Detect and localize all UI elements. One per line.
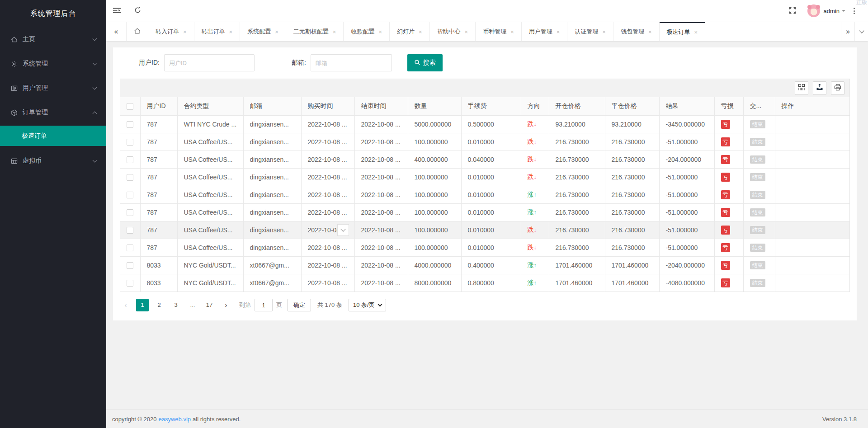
goto-page-input[interactable] — [255, 299, 273, 311]
row-checkbox[interactable] — [127, 280, 133, 287]
sort-icon[interactable] — [169, 102, 172, 110]
tab-item-4[interactable]: 收款配置× — [344, 22, 390, 41]
page-button[interactable]: 1 — [136, 299, 149, 311]
tab-item-7[interactable]: 币种管理× — [476, 22, 522, 41]
column-header[interactable]: 操作 — [775, 97, 849, 115]
tab-item-8[interactable]: 用户管理× — [522, 22, 568, 41]
sidebar-item-orders[interactable]: 订单管理 — [0, 100, 106, 125]
columns-toggle-button[interactable] — [795, 81, 808, 95]
select-all-checkbox[interactable] — [127, 103, 133, 110]
tab-item-2[interactable]: 系统配置× — [240, 22, 286, 41]
row-checkbox[interactable] — [127, 209, 133, 216]
sidebar-item-virtual-coin[interactable]: 虚拟币 — [0, 149, 106, 173]
row-checkbox[interactable] — [127, 139, 133, 146]
close-tab-icon[interactable]: × — [510, 28, 514, 35]
column-header[interactable]: 用户ID — [140, 97, 177, 115]
cell-status: 结束 — [743, 203, 775, 221]
more-menu-button[interactable] — [846, 0, 862, 22]
tab-item-5[interactable]: 幻灯片× — [390, 22, 430, 41]
cell-quantity: 400.000000 — [408, 151, 461, 168]
column-header[interactable]: 数量 — [408, 97, 461, 115]
column-header[interactable]: 方向 — [521, 97, 549, 115]
page-button[interactable]: 3 — [170, 299, 182, 311]
close-tab-icon[interactable]: × — [557, 28, 560, 35]
close-tab-icon[interactable]: × — [648, 28, 652, 35]
easyweb-link[interactable]: easyweb.vip — [158, 416, 191, 423]
tab-home[interactable] — [127, 22, 148, 41]
tab-label: 二元期权配置 — [293, 28, 329, 36]
row-checkbox[interactable] — [127, 227, 133, 234]
cell-fee: 0.400000 — [461, 256, 521, 274]
sidebar-item-quick-orders[interactable]: 极速订单 — [0, 126, 106, 146]
column-header[interactable]: 开仓价格 — [549, 97, 605, 115]
row-checkbox[interactable] — [127, 174, 133, 181]
table-row: 787WTI NYC Crude ...dingxiansen...2022-1… — [120, 115, 849, 133]
cell-email: xt0667@gm... — [243, 256, 301, 274]
close-tab-icon[interactable]: × — [419, 28, 422, 35]
tab-item-3[interactable]: 二元期权配置× — [286, 22, 344, 41]
sidebar-item-users[interactable]: 用户管理 — [0, 76, 106, 100]
sidebar-item-home[interactable]: 主页 — [0, 27, 106, 52]
print-button[interactable] — [831, 81, 844, 95]
double-chevron-left-icon: « — [114, 28, 118, 36]
close-tab-icon[interactable]: × — [275, 28, 278, 35]
tab-item-6[interactable]: 帮助中心× — [430, 22, 476, 41]
email-input[interactable] — [311, 54, 392, 71]
row-checkbox[interactable] — [127, 121, 133, 128]
cell-close-price: 216.730000 — [605, 239, 659, 256]
row-checkbox[interactable] — [127, 156, 133, 163]
sidebar-item-system[interactable]: 系统管理 — [0, 52, 106, 76]
close-tab-icon[interactable]: × — [602, 28, 606, 35]
cell-direction: 跌↓ — [521, 221, 549, 239]
close-tab-icon[interactable]: × — [333, 28, 336, 35]
column-header[interactable]: 购买时间 — [301, 97, 354, 115]
cell-loss: 亏 — [714, 239, 743, 256]
user-id-input[interactable] — [164, 54, 255, 71]
cell-actions — [775, 256, 849, 274]
next-page-button[interactable]: › — [220, 299, 232, 311]
column-header[interactable]: 交... — [743, 97, 775, 115]
close-tab-icon[interactable]: × — [183, 28, 187, 35]
export-button[interactable] — [813, 81, 826, 95]
row-checkbox[interactable] — [127, 262, 133, 269]
loss-badge: 亏 — [721, 278, 730, 287]
tab-item-11[interactable]: 极速订单× — [660, 22, 706, 41]
column-header[interactable]: 邮箱 — [243, 97, 301, 115]
column-header[interactable]: 结束时间 — [354, 97, 408, 115]
confirm-button[interactable]: 确定 — [288, 299, 311, 311]
cell-direction: 涨↑ — [521, 274, 549, 292]
chevron-up-icon — [93, 111, 97, 116]
refresh-button[interactable] — [127, 0, 148, 22]
column-header[interactable]: 合约类型 — [177, 97, 243, 115]
per-page-select[interactable]: 10 条/页 — [349, 299, 386, 311]
page-button[interactable]: 2 — [153, 299, 165, 311]
column-header[interactable]: 结果 — [659, 97, 714, 115]
column-header[interactable]: 亏损 — [714, 97, 743, 115]
close-tab-icon[interactable]: × — [229, 28, 233, 35]
tabs-scroll-left-button[interactable]: « — [106, 22, 127, 41]
column-header[interactable]: 手续费 — [461, 97, 521, 115]
prev-page-button[interactable]: ‹ — [119, 299, 132, 311]
status-badge: 结束 — [750, 120, 765, 128]
row-checkbox[interactable] — [127, 245, 133, 251]
close-tab-icon[interactable]: × — [465, 28, 468, 35]
column-header[interactable]: 平仓价格 — [605, 97, 659, 115]
tab-item-10[interactable]: 钱包管理× — [613, 22, 660, 41]
status-badge: 结束 — [750, 138, 765, 146]
table-row: 787USA Coffee/US...dingxiansen...2022-10… — [120, 239, 849, 256]
row-checkbox[interactable] — [127, 192, 133, 198]
row-expander-button[interactable] — [337, 224, 349, 236]
tabs-scroll-right-button[interactable]: » — [841, 22, 854, 41]
tab-item-0[interactable]: 转入订单× — [148, 22, 194, 41]
tabs-menu-button[interactable] — [854, 22, 868, 41]
sidebar-toggle-button[interactable] — [106, 0, 127, 22]
close-tab-icon[interactable]: × — [694, 29, 698, 36]
close-tab-icon[interactable]: × — [378, 28, 382, 35]
tab-item-1[interactable]: 转出订单× — [194, 22, 241, 41]
username[interactable]: admin — [824, 8, 840, 14]
search-button[interactable]: 搜索 — [407, 54, 443, 71]
page-button[interactable]: 17 — [203, 299, 216, 311]
tab-item-9[interactable]: 认证管理× — [567, 22, 613, 41]
fullscreen-button[interactable] — [782, 0, 803, 22]
avatar[interactable] — [807, 5, 820, 17]
